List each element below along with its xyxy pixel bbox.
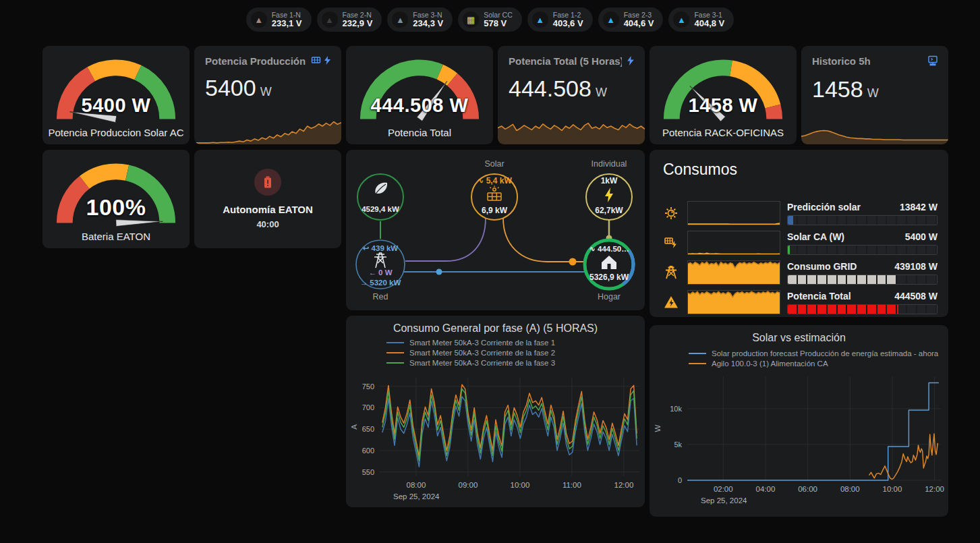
line-chart-fase[interactable]: 55060065070075008:0009:0010:0011:0012:00… [346,316,645,507]
stat-unit: W [867,86,879,100]
svg-text:08:00: 08:00 [840,485,860,493]
sparkline-produccion [194,108,341,144]
svg-text:11:00: 11:00 [563,481,581,489]
sun-icon [662,206,681,221]
lightning-bolt-icon [323,55,332,68]
solar-dc-value: 6,9 kW [482,206,508,215]
nonfossil-value: 4529,4 kW [362,205,399,213]
gauge-card-rack-oficinas: 1458 W Potencia RACK-OFICINAS [650,46,797,144]
consumos-row-solar-ca: Solar CA (W)5400 W [662,231,938,255]
stat-value: 444.508 [509,76,592,101]
line-chart-solar[interactable]: 05k10k02:0004:0006:0008:0010:0012:00WSep… [650,325,948,517]
svg-text:10:00: 10:00 [511,481,530,489]
gauge-value: 444.508 W [346,94,493,117]
lightning-bolt-icon [626,55,635,69]
home-node-label: Hogar [598,292,621,302]
svg-text:600: 600 [362,447,374,455]
gauge-label: Potencia Total [346,127,493,138]
gauge-value: 100% [42,194,190,221]
row-value: 13842 W [900,202,938,212]
voltage-badge-fase-2-3[interactable]: ▲Fase 2-3404,6 V [598,7,664,32]
row-value: 439108 W [894,261,938,272]
progress-bar [787,275,938,285]
solar-panel-bolt-icon [662,235,681,250]
consumos-row-total: Potencia Total444508 W [662,290,938,314]
home-power-value: ∿ 444.50… [589,245,629,253]
svg-text:5k: 5k [674,440,682,449]
stat-unit: W [260,85,272,98]
badge-label: Fase 3-N [413,11,442,19]
badge-value: 233,1 V [272,19,302,29]
svg-text:02:00: 02:00 [714,485,733,493]
svg-text:W: W [654,424,662,432]
triangle-icon: ▲ [251,11,267,28]
row-label: Potencia Total [787,291,851,302]
gauge-card-solar-ac: 5400 W Potencia Produccion Solar AC [42,46,190,144]
svg-text:750: 750 [362,382,374,391]
voltage-badge-fase-3-1[interactable]: ▲Fase 3-1404,8 V [668,7,734,32]
badge-label: Fase 1-N [272,11,301,19]
sparkline-solar-ca [687,231,780,255]
home-energy-value: 5326,9 kW [589,273,629,282]
svg-text:Sep 25, 2024: Sep 25, 2024 [701,496,747,505]
gauge-card-potencia-total: 444.508 W Potencia Total [346,46,493,144]
voltage-badge-fase-1-2[interactable]: ▲Fase 1-2403,6 V [527,7,593,32]
svg-text:A: A [350,424,358,430]
sparkline-prediccion [687,201,780,225]
svg-text:0: 0 [678,476,682,484]
badge-label: Fase 1-2 [553,11,581,19]
solar-node-label: Solar [484,159,504,169]
stat-value: 1458 [812,76,863,102]
energy-flow-panel: Solar Individual 4529,4 kW ∿ 5,4 kW 6,9 … [346,150,645,310]
badge-value: 403,6 V [553,19,583,29]
badge-value: 578 V [484,19,507,29]
svg-text:Sep 25, 2024: Sep 25, 2024 [393,492,440,501]
gauge-value: 1458 W [650,94,797,117]
stat-title: Historico 5h [812,55,871,67]
triangle-icon: ▲ [322,11,338,28]
row-label: Predicción solar [787,202,861,212]
individual-node-label: Individual [592,159,627,169]
stat-unit: W [596,86,607,99]
svg-text:08:00: 08:00 [407,481,426,489]
transmission-tower-icon [662,265,681,280]
svg-text:550: 550 [362,468,374,476]
voltage-badge-fase-1-n[interactable]: ▲Fase 1-N233,1 V [246,7,312,32]
gauge-label: Potencia Produccion Solar AC [42,127,190,138]
solar-panel-icon: ▦ [463,11,479,28]
energy-dashboard: ▲Fase 1-N233,1 V▲Fase 2-N232,9 V▲Fase 3-… [0,0,980,543]
flow-dot-orange [569,258,577,266]
gauge-card-bateria-eaton: 100% Bateria EATON [42,150,190,248]
badge-label: Fase 2-3 [624,11,652,19]
badge-value: 404,6 V [624,19,654,29]
individual-bottom-value: 62,7kW [595,206,623,215]
row-label: Consumo GRID [787,261,857,272]
progress-bar [787,304,938,314]
consumos-row-prediccion: Predicción solar13842 W [662,201,938,225]
energy-flow-diagram: Solar Individual 4529,4 kW ∿ 5,4 kW 6,9 … [346,150,645,310]
grid-return-value: ↩ 439 kW [363,244,399,252]
badge-label: Fase 2-N [343,11,372,19]
solar-panel-icon [311,55,321,68]
voltage-badge-fase-3-n[interactable]: ▲Fase 3-N234,3 V [387,7,453,32]
individual-top-value: 1kW [601,176,618,185]
stat-card-potencia-total-5h: Potencia Total (5 Horas) 444.508W [498,46,645,144]
stat-card-produccion-solar: Potencia Producción so… 5400W [194,46,341,144]
badge-label: Fase 3-1 [694,11,722,19]
sparkline-total-5h [498,108,645,144]
consumos-panel: Consumos Predicción solar13842 W Solar C… [650,150,948,317]
badge-value: 404,8 V [694,19,724,29]
voltage-badge-solar-cc[interactable]: ▦Solar CC578 V [458,7,522,32]
row-value: 444508 W [894,291,938,302]
chart-panel-solar-vs-estimacion: Solar vs estimación Solar production for… [650,325,948,517]
stat-value: 5400 [205,75,256,101]
svg-text:10:00: 10:00 [883,485,902,493]
stat-title: Potencia Total (5 Horas) [509,55,622,67]
voltage-badge-fase-2-n[interactable]: ▲Fase 2-N232,9 V [317,7,382,32]
triangle-icon: ▲ [673,11,689,28]
sparkline-grid [687,260,780,285]
svg-text:12:00: 12:00 [614,481,634,489]
triangle-icon: ▲ [392,11,408,28]
solar-ac-value: ∿ 5,4 kW [477,176,512,185]
gauge-value: 5400 W [42,94,190,117]
